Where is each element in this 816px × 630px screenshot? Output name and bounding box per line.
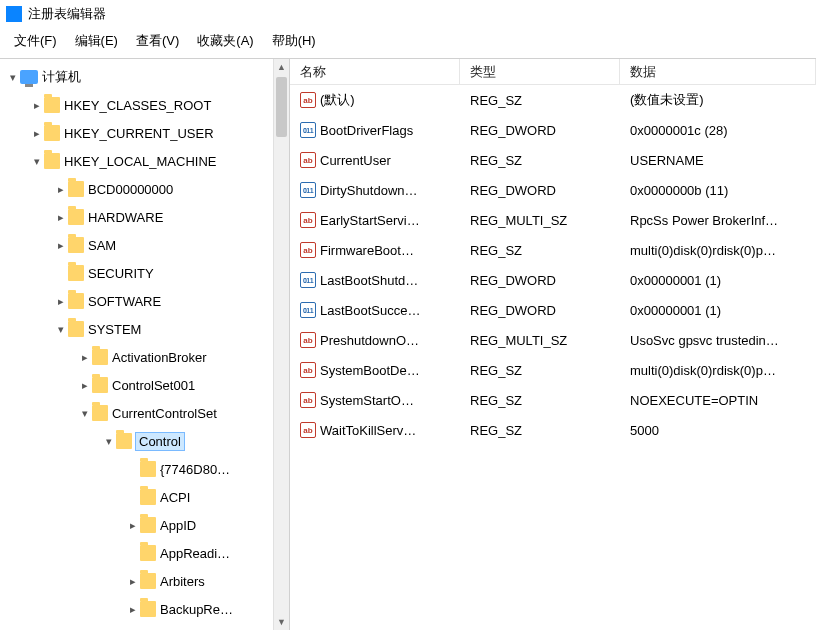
chevron-right-icon[interactable]: ▸: [78, 379, 92, 392]
tree-scroll[interactable]: ▾ 计算机 ▸ HKEY_CLASSES_ROOT ▸ HKEY_CURRENT…: [0, 63, 289, 630]
tree-node-software[interactable]: ▸ SOFTWARE: [0, 287, 289, 315]
value-name-cell: PreshutdownO…: [290, 332, 460, 348]
value-list-pane: 名称 类型 数据 (默认)REG_SZ(数值未设置)BootDriverFlag…: [290, 59, 816, 630]
value-row[interactable]: LastBootSucce…REG_DWORD0x00000001 (1): [290, 295, 816, 325]
value-type-cell: REG_DWORD: [460, 303, 620, 318]
column-header-name[interactable]: 名称: [290, 59, 460, 84]
folder-icon: [68, 181, 84, 197]
value-type-cell: REG_MULTI_SZ: [460, 213, 620, 228]
string-value-icon: [300, 422, 316, 438]
value-row[interactable]: FirmwareBoot…REG_SZmulti(0)disk(0)rdisk(…: [290, 235, 816, 265]
tree-label: CurrentControlSet: [112, 406, 217, 421]
value-type-cell: REG_DWORD: [460, 273, 620, 288]
tree-node-hardware[interactable]: ▸ HARDWARE: [0, 203, 289, 231]
folder-icon: [140, 545, 156, 561]
tree-node-hkcr[interactable]: ▸ HKEY_CLASSES_ROOT: [0, 91, 289, 119]
value-row[interactable]: LastBootShutd…REG_DWORD0x00000001 (1): [290, 265, 816, 295]
folder-icon: [44, 153, 60, 169]
folder-icon: [140, 517, 156, 533]
folder-icon: [44, 97, 60, 113]
value-name: PreshutdownO…: [320, 333, 419, 348]
value-row[interactable]: SystemBootDe…REG_SZmulti(0)disk(0)rdisk(…: [290, 355, 816, 385]
column-header-type[interactable]: 类型: [460, 59, 620, 84]
value-name: (默认): [320, 91, 355, 109]
value-name: WaitToKillServ…: [320, 423, 416, 438]
binary-value-icon: [300, 122, 316, 138]
tree-node-bcd[interactable]: ▸ BCD00000000: [0, 175, 289, 203]
value-name-cell: CurrentUser: [290, 152, 460, 168]
tree-label: 计算机: [42, 68, 81, 86]
value-data-cell: RpcSs Power BrokerInf…: [620, 213, 816, 228]
chevron-right-icon[interactable]: ▸: [54, 239, 68, 252]
value-type-cell: REG_DWORD: [460, 183, 620, 198]
tree-label: AppReadi…: [160, 546, 230, 561]
value-name-cell: LastBootShutd…: [290, 272, 460, 288]
menu-help[interactable]: 帮助(H): [272, 32, 316, 50]
chevron-right-icon[interactable]: ▸: [54, 211, 68, 224]
tree-label: SYSTEM: [88, 322, 141, 337]
scroll-down-icon[interactable]: ▼: [274, 614, 289, 630]
tree-node-appid[interactable]: ▸ AppID: [0, 511, 289, 539]
menu-view[interactable]: 查看(V): [136, 32, 179, 50]
chevron-down-icon[interactable]: ▾: [6, 71, 20, 84]
value-row[interactable]: DirtyShutdown…REG_DWORD0x0000000b (11): [290, 175, 816, 205]
column-header-data[interactable]: 数据: [620, 59, 816, 84]
chevron-right-icon[interactable]: ▸: [30, 99, 44, 112]
value-row[interactable]: BootDriverFlagsREG_DWORD0x0000001c (28): [290, 115, 816, 145]
menu-favorites[interactable]: 收藏夹(A): [197, 32, 253, 50]
computer-icon: [20, 70, 38, 84]
value-name-cell: FirmwareBoot…: [290, 242, 460, 258]
tree-node-appreadiness[interactable]: AppReadi…: [0, 539, 289, 567]
chevron-right-icon[interactable]: ▸: [54, 183, 68, 196]
tree-node-arbiters[interactable]: ▸ Arbiters: [0, 567, 289, 595]
tree-label: SOFTWARE: [88, 294, 161, 309]
value-row[interactable]: WaitToKillServ…REG_SZ5000: [290, 415, 816, 445]
tree-node-controlset001[interactable]: ▸ ControlSet001: [0, 371, 289, 399]
menu-edit[interactable]: 编辑(E): [75, 32, 118, 50]
tree-label-selected: Control: [136, 433, 184, 450]
tree-node-system[interactable]: ▾ SYSTEM: [0, 315, 289, 343]
string-value-icon: [300, 152, 316, 168]
value-row[interactable]: SystemStartO…REG_SZ NOEXECUTE=OPTIN: [290, 385, 816, 415]
value-row[interactable]: EarlyStartServi…REG_MULTI_SZRpcSs Power …: [290, 205, 816, 235]
value-data-cell: (数值未设置): [620, 91, 816, 109]
value-type-cell: REG_SZ: [460, 363, 620, 378]
value-name: LastBootSucce…: [320, 303, 420, 318]
chevron-down-icon[interactable]: ▾: [54, 323, 68, 336]
tree-node-hkcu[interactable]: ▸ HKEY_CURRENT_USER: [0, 119, 289, 147]
chevron-right-icon[interactable]: ▸: [126, 519, 140, 532]
tree-node-hklm[interactable]: ▾ HKEY_LOCAL_MACHINE: [0, 147, 289, 175]
chevron-down-icon[interactable]: ▾: [102, 435, 116, 448]
tree-node-guid[interactable]: {7746D80…: [0, 455, 289, 483]
tree-scrollbar[interactable]: ▲ ▼: [273, 59, 289, 630]
chevron-down-icon[interactable]: ▾: [78, 407, 92, 420]
value-name-cell: (默认): [290, 91, 460, 109]
chevron-right-icon[interactable]: ▸: [126, 575, 140, 588]
tree-node-currentcontrolset[interactable]: ▾ CurrentControlSet: [0, 399, 289, 427]
value-row[interactable]: CurrentUserREG_SZUSERNAME: [290, 145, 816, 175]
tree-label: HKEY_CLASSES_ROOT: [64, 98, 211, 113]
tree-node-computer[interactable]: ▾ 计算机: [0, 63, 289, 91]
tree-pane: ▾ 计算机 ▸ HKEY_CLASSES_ROOT ▸ HKEY_CURRENT…: [0, 59, 290, 630]
value-data-cell: NOEXECUTE=OPTIN: [620, 393, 816, 408]
chevron-right-icon[interactable]: ▸: [54, 295, 68, 308]
value-data-cell: multi(0)disk(0)rdisk(0)p…: [620, 363, 816, 378]
title-bar: 注册表编辑器: [0, 0, 816, 28]
chevron-right-icon[interactable]: ▸: [78, 351, 92, 364]
chevron-down-icon[interactable]: ▾: [30, 155, 44, 168]
folder-icon: [68, 265, 84, 281]
value-row[interactable]: PreshutdownO…REG_MULTI_SZUsoSvc gpsvc tr…: [290, 325, 816, 355]
chevron-right-icon[interactable]: ▸: [30, 127, 44, 140]
tree-node-acpi[interactable]: ACPI: [0, 483, 289, 511]
tree-node-sam[interactable]: ▸ SAM: [0, 231, 289, 259]
value-row[interactable]: (默认)REG_SZ(数值未设置): [290, 85, 816, 115]
scroll-thumb[interactable]: [276, 77, 287, 137]
tree-node-activationbroker[interactable]: ▸ ActivationBroker: [0, 343, 289, 371]
tree-node-backuprestore[interactable]: ▸ BackupRe…: [0, 595, 289, 623]
chevron-right-icon[interactable]: ▸: [126, 603, 140, 616]
menu-file[interactable]: 文件(F): [14, 32, 57, 50]
value-data-cell: 0x00000001 (1): [620, 303, 816, 318]
tree-node-security[interactable]: SECURITY: [0, 259, 289, 287]
tree-node-control[interactable]: ▾ Control: [0, 427, 289, 455]
scroll-up-icon[interactable]: ▲: [274, 59, 289, 75]
